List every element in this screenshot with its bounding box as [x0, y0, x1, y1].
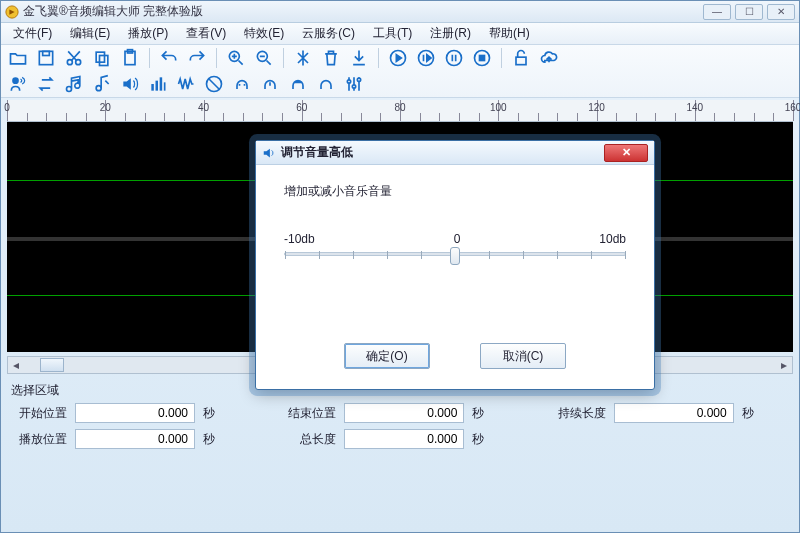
svg-rect-15 — [480, 56, 485, 61]
start-unit: 秒 — [203, 405, 215, 422]
total-length-input[interactable] — [344, 429, 464, 449]
svg-rect-22 — [164, 82, 166, 90]
start-pos-input[interactable] — [75, 403, 195, 423]
voice-icon[interactable] — [7, 73, 29, 95]
svg-point-13 — [447, 51, 462, 66]
dialog-instruction: 增加或减小音乐音量 — [284, 183, 626, 200]
ok-button[interactable]: 确定(O) — [344, 343, 430, 369]
menu-view[interactable]: 查看(V) — [178, 23, 234, 44]
stop-icon[interactable] — [471, 47, 493, 69]
volume-icon[interactable] — [119, 73, 141, 95]
svg-rect-1 — [39, 51, 52, 64]
pause-icon[interactable] — [443, 47, 465, 69]
svg-point-24 — [347, 80, 350, 83]
play-unit: 秒 — [203, 431, 215, 448]
preset1-icon[interactable] — [231, 73, 253, 95]
slider-max-label: 10db — [599, 232, 626, 246]
unlock-icon[interactable] — [510, 47, 532, 69]
svg-point-26 — [357, 78, 360, 81]
speaker-icon — [262, 146, 276, 160]
music-note-icon[interactable] — [63, 73, 85, 95]
dur-unit: 秒 — [742, 405, 754, 422]
play-selection-icon[interactable] — [415, 47, 437, 69]
time-ruler[interactable]: 020406080100120140160 — [7, 100, 793, 122]
maximize-button[interactable]: ☐ — [735, 4, 763, 20]
copy-icon[interactable] — [91, 47, 113, 69]
swap-icon[interactable] — [35, 73, 57, 95]
menu-edit[interactable]: 编辑(E) — [62, 23, 118, 44]
menu-play[interactable]: 播放(P) — [120, 23, 176, 44]
wave-icon[interactable] — [175, 73, 197, 95]
ruler-label: 100 — [490, 102, 507, 113]
save-icon[interactable] — [35, 47, 57, 69]
dialog-titlebar: 调节音量高低 ✕ — [256, 141, 654, 165]
play-pos-label: 播放位置 — [11, 431, 67, 448]
ruler-label: 120 — [588, 102, 605, 113]
menu-reg[interactable]: 注册(R) — [422, 23, 479, 44]
cancel-button[interactable]: 取消(C) — [480, 343, 566, 369]
open-icon[interactable] — [7, 47, 29, 69]
export-icon[interactable] — [348, 47, 370, 69]
play-pos-input[interactable] — [75, 429, 195, 449]
menu-effect[interactable]: 特效(E) — [236, 23, 292, 44]
menu-cloud[interactable]: 云服务(C) — [294, 23, 363, 44]
undo-icon[interactable] — [158, 47, 180, 69]
close-button[interactable]: ✕ — [767, 4, 795, 20]
note-edit-icon[interactable] — [91, 73, 113, 95]
duration-input[interactable] — [614, 403, 734, 423]
delete-icon[interactable] — [320, 47, 342, 69]
equalizer-icon[interactable] — [343, 73, 365, 95]
minimize-button[interactable]: — — [703, 4, 731, 20]
total-length-label: 总长度 — [280, 431, 336, 448]
cloud-icon[interactable] — [538, 47, 560, 69]
menu-bar: 文件(F) 编辑(E) 播放(P) 查看(V) 特效(E) 云服务(C) 工具(… — [1, 23, 799, 45]
total-unit: 秒 — [472, 431, 484, 448]
end-unit: 秒 — [472, 405, 484, 422]
start-pos-label: 开始位置 — [11, 405, 67, 422]
svg-rect-16 — [516, 57, 526, 64]
menu-file[interactable]: 文件(F) — [5, 23, 60, 44]
position-fields: 开始位置 秒 结束位置 秒 持续长度 秒 播放位置 秒 总长度 秒 — [1, 401, 799, 457]
volume-slider[interactable]: -10db 0 10db — [284, 232, 626, 256]
ruler-label: 140 — [686, 102, 703, 113]
menu-tools[interactable]: 工具(T) — [365, 23, 420, 44]
paste-icon[interactable] — [119, 47, 141, 69]
slider-min-label: -10db — [284, 232, 315, 246]
zoom-in-icon[interactable] — [225, 47, 247, 69]
svg-rect-19 — [151, 84, 154, 91]
dialog-title: 调节音量高低 — [281, 144, 604, 161]
ruler-label: 20 — [100, 102, 111, 113]
bars-icon[interactable] — [147, 73, 169, 95]
ruler-label: 160 — [785, 102, 800, 113]
scroll-right-icon[interactable]: ▸ — [776, 357, 792, 373]
forbid-icon[interactable] — [203, 73, 225, 95]
end-pos-label: 结束位置 — [280, 405, 336, 422]
svg-rect-21 — [160, 77, 163, 90]
window-title: 金飞翼®音频编辑大师 完整体验版 — [23, 3, 703, 20]
svg-rect-20 — [156, 81, 159, 91]
preset3-icon[interactable] — [287, 73, 309, 95]
zoom-out-icon[interactable] — [253, 47, 275, 69]
slider-track[interactable] — [284, 252, 626, 256]
preset4-icon[interactable] — [315, 73, 337, 95]
ruler-label: 40 — [198, 102, 209, 113]
cut-icon[interactable] — [63, 47, 85, 69]
svg-rect-2 — [43, 51, 50, 55]
ruler-label: 0 — [4, 102, 10, 113]
app-icon — [5, 5, 19, 19]
scroll-left-icon[interactable]: ◂ — [8, 357, 24, 373]
redo-icon[interactable] — [186, 47, 208, 69]
preset2-icon[interactable] — [259, 73, 281, 95]
menu-help[interactable]: 帮助(H) — [481, 23, 538, 44]
dialog-close-button[interactable]: ✕ — [604, 144, 648, 162]
scroll-thumb[interactable] — [40, 358, 64, 372]
effect1-icon[interactable] — [292, 47, 314, 69]
volume-dialog: 调节音量高低 ✕ 增加或减小音乐音量 -10db 0 10db 确定(O) 取消… — [255, 140, 655, 390]
slider-mid-label: 0 — [454, 232, 461, 246]
slider-thumb[interactable] — [450, 247, 460, 265]
end-pos-input[interactable] — [344, 403, 464, 423]
play-icon[interactable] — [387, 47, 409, 69]
svg-point-17 — [12, 77, 19, 84]
svg-point-25 — [352, 85, 355, 88]
ruler-label: 60 — [296, 102, 307, 113]
